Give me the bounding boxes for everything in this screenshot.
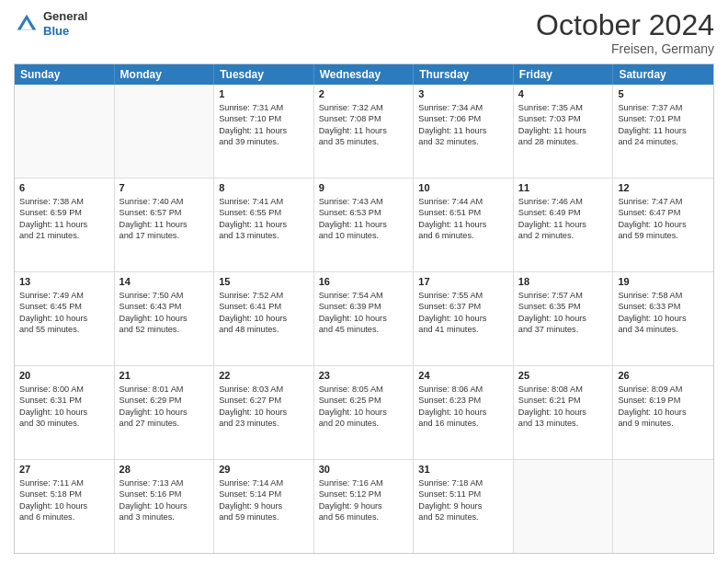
day-number: 18 (518, 275, 609, 289)
day-cell-9: 9Sunrise: 7:43 AM Sunset: 6:53 PM Daylig… (314, 178, 415, 271)
day-info: Sunrise: 7:14 AM Sunset: 5:14 PM Dayligh… (219, 477, 309, 523)
day-cell-2: 2Sunrise: 7:32 AM Sunset: 7:08 PM Daylig… (314, 85, 415, 178)
day-info: Sunrise: 8:09 AM Sunset: 6:19 PM Dayligh… (618, 384, 709, 430)
day-cell-16: 16Sunrise: 7:54 AM Sunset: 6:39 PM Dayli… (314, 272, 415, 365)
day-info: Sunrise: 7:46 AM Sunset: 6:49 PM Dayligh… (518, 196, 609, 242)
empty-cell (115, 85, 215, 178)
day-cell-13: 13Sunrise: 7:49 AM Sunset: 6:45 PM Dayli… (15, 272, 115, 365)
day-cell-15: 15Sunrise: 7:52 AM Sunset: 6:41 PM Dayli… (214, 272, 314, 365)
day-cell-10: 10Sunrise: 7:44 AM Sunset: 6:51 PM Dayli… (414, 178, 514, 271)
day-cell-20: 20Sunrise: 8:00 AM Sunset: 6:31 PM Dayli… (15, 366, 115, 459)
calendar-header: SundayMondayTuesdayWednesdayThursdayFrid… (15, 64, 713, 85)
day-cell-24: 24Sunrise: 8:06 AM Sunset: 6:23 PM Dayli… (414, 366, 514, 459)
day-number: 28 (119, 463, 210, 477)
day-info: Sunrise: 8:03 AM Sunset: 6:27 PM Dayligh… (219, 384, 309, 430)
day-info: Sunrise: 7:43 AM Sunset: 6:53 PM Dayligh… (319, 196, 409, 242)
calendar-row-3: 13Sunrise: 7:49 AM Sunset: 6:45 PM Dayli… (15, 272, 713, 366)
day-number: 14 (119, 275, 210, 289)
day-number: 23 (319, 369, 409, 383)
day-cell-8: 8Sunrise: 7:41 AM Sunset: 6:55 PM Daylig… (214, 178, 314, 271)
day-number: 3 (418, 87, 508, 101)
day-info: Sunrise: 7:16 AM Sunset: 5:12 PM Dayligh… (319, 477, 409, 523)
empty-cell (613, 460, 713, 553)
day-info: Sunrise: 7:50 AM Sunset: 6:43 PM Dayligh… (119, 290, 210, 336)
day-number: 31 (418, 463, 508, 477)
day-number: 16 (319, 275, 409, 289)
day-info: Sunrise: 7:31 AM Sunset: 7:10 PM Dayligh… (219, 102, 309, 148)
day-number: 17 (418, 275, 508, 289)
day-info: Sunrise: 8:00 AM Sunset: 6:31 PM Dayligh… (19, 384, 109, 430)
day-cell-26: 26Sunrise: 8:09 AM Sunset: 6:19 PM Dayli… (613, 366, 713, 459)
day-number: 7 (119, 181, 210, 195)
day-number: 20 (19, 369, 109, 383)
day-cell-17: 17Sunrise: 7:55 AM Sunset: 6:37 PM Dayli… (414, 272, 514, 365)
day-cell-18: 18Sunrise: 7:57 AM Sunset: 6:35 PM Dayli… (514, 272, 614, 365)
day-number: 9 (319, 181, 409, 195)
day-info: Sunrise: 7:32 AM Sunset: 7:08 PM Dayligh… (319, 102, 409, 148)
header-day-wednesday: Wednesday (314, 64, 415, 85)
day-info: Sunrise: 7:41 AM Sunset: 6:55 PM Dayligh… (219, 196, 309, 242)
day-number: 13 (19, 275, 109, 289)
day-info: Sunrise: 7:58 AM Sunset: 6:33 PM Dayligh… (618, 290, 709, 336)
day-number: 1 (219, 87, 309, 101)
month-title: October 2024 (536, 9, 714, 41)
day-number: 26 (618, 369, 709, 383)
day-cell-11: 11Sunrise: 7:46 AM Sunset: 6:49 PM Dayli… (514, 178, 614, 271)
day-number: 10 (418, 181, 508, 195)
day-cell-30: 30Sunrise: 7:16 AM Sunset: 5:12 PM Dayli… (314, 460, 415, 553)
day-cell-12: 12Sunrise: 7:47 AM Sunset: 6:47 PM Dayli… (613, 178, 713, 271)
day-info: Sunrise: 7:54 AM Sunset: 6:39 PM Dayligh… (319, 290, 409, 336)
day-cell-1: 1Sunrise: 7:31 AM Sunset: 7:10 PM Daylig… (214, 85, 314, 178)
day-cell-5: 5Sunrise: 7:37 AM Sunset: 7:01 PM Daylig… (613, 85, 713, 178)
logo-text: General Blue (43, 9, 87, 38)
day-info: Sunrise: 8:08 AM Sunset: 6:21 PM Dayligh… (518, 384, 609, 430)
day-info: Sunrise: 7:18 AM Sunset: 5:11 PM Dayligh… (418, 477, 508, 523)
header: General Blue October 2024 Freisen, Germa… (14, 9, 714, 56)
day-info: Sunrise: 7:37 AM Sunset: 7:01 PM Dayligh… (618, 102, 709, 148)
day-info: Sunrise: 7:57 AM Sunset: 6:35 PM Dayligh… (518, 290, 609, 336)
logo-icon (14, 11, 40, 37)
day-number: 27 (19, 463, 109, 477)
calendar-row-4: 20Sunrise: 8:00 AM Sunset: 6:31 PM Dayli… (15, 366, 713, 460)
day-info: Sunrise: 8:06 AM Sunset: 6:23 PM Dayligh… (418, 384, 508, 430)
day-number: 4 (518, 87, 609, 101)
day-number: 30 (319, 463, 409, 477)
day-cell-31: 31Sunrise: 7:18 AM Sunset: 5:11 PM Dayli… (414, 460, 514, 553)
calendar-row-2: 6Sunrise: 7:38 AM Sunset: 6:59 PM Daylig… (15, 178, 713, 272)
logo: General Blue (14, 9, 87, 38)
day-number: 11 (518, 181, 609, 195)
day-cell-14: 14Sunrise: 7:50 AM Sunset: 6:43 PM Dayli… (115, 272, 215, 365)
day-number: 29 (219, 463, 309, 477)
day-number: 12 (618, 181, 709, 195)
day-number: 15 (219, 275, 309, 289)
day-info: Sunrise: 7:11 AM Sunset: 5:18 PM Dayligh… (19, 477, 109, 523)
day-info: Sunrise: 7:44 AM Sunset: 6:51 PM Dayligh… (418, 196, 508, 242)
day-info: Sunrise: 7:55 AM Sunset: 6:37 PM Dayligh… (418, 290, 508, 336)
day-info: Sunrise: 8:01 AM Sunset: 6:29 PM Dayligh… (119, 384, 210, 430)
day-info: Sunrise: 7:52 AM Sunset: 6:41 PM Dayligh… (219, 290, 309, 336)
calendar: SundayMondayTuesdayWednesdayThursdayFrid… (14, 63, 714, 554)
location: Freisen, Germany (536, 41, 714, 56)
day-cell-21: 21Sunrise: 8:01 AM Sunset: 6:29 PM Dayli… (115, 366, 215, 459)
day-info: Sunrise: 7:13 AM Sunset: 5:16 PM Dayligh… (119, 477, 210, 523)
page: General Blue October 2024 Freisen, Germa… (0, 0, 728, 563)
header-day-saturday: Saturday (613, 64, 713, 85)
day-info: Sunrise: 7:35 AM Sunset: 7:03 PM Dayligh… (518, 102, 609, 148)
day-cell-4: 4Sunrise: 7:35 AM Sunset: 7:03 PM Daylig… (514, 85, 614, 178)
day-info: Sunrise: 7:49 AM Sunset: 6:45 PM Dayligh… (19, 290, 109, 336)
day-cell-3: 3Sunrise: 7:34 AM Sunset: 7:06 PM Daylig… (414, 85, 514, 178)
day-cell-7: 7Sunrise: 7:40 AM Sunset: 6:57 PM Daylig… (115, 178, 215, 271)
day-number: 24 (418, 369, 508, 383)
day-number: 6 (19, 181, 109, 195)
day-cell-6: 6Sunrise: 7:38 AM Sunset: 6:59 PM Daylig… (15, 178, 115, 271)
calendar-row-1: 1Sunrise: 7:31 AM Sunset: 7:10 PM Daylig… (15, 85, 713, 178)
day-info: Sunrise: 8:05 AM Sunset: 6:25 PM Dayligh… (319, 384, 409, 430)
day-number: 21 (119, 369, 210, 383)
header-day-thursday: Thursday (414, 64, 514, 85)
title-block: October 2024 Freisen, Germany (536, 9, 714, 56)
day-number: 19 (618, 275, 709, 289)
day-cell-23: 23Sunrise: 8:05 AM Sunset: 6:25 PM Dayli… (314, 366, 415, 459)
logo-general: General (43, 9, 87, 24)
day-number: 5 (618, 87, 709, 101)
day-cell-22: 22Sunrise: 8:03 AM Sunset: 6:27 PM Dayli… (214, 366, 314, 459)
